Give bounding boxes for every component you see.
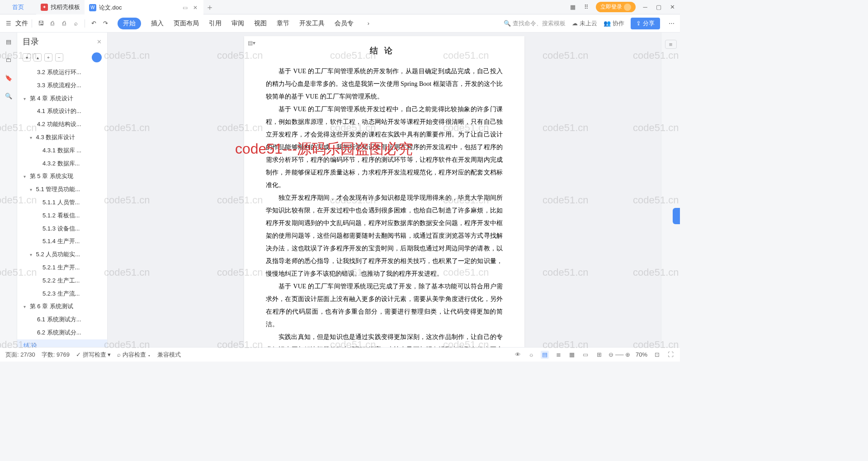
tab-review[interactable]: 审阅 [231,19,244,28]
search-panel-icon[interactable]: 🔍 [4,91,13,100]
maximize-icon[interactable]: ▢ [655,3,663,11]
word-count[interactable]: 字数: 9769 [42,351,70,359]
minimize-icon[interactable]: ─ [641,3,649,11]
chevron-right-icon[interactable]: › [363,19,373,28]
tab-window-icon[interactable]: ▭ [182,4,189,11]
outline-item[interactable]: 5.1.2 看板信... [17,209,107,222]
search-input[interactable]: 🔍查找命令、搜索模板 [504,19,566,28]
zoom-value[interactable]: 70% [636,351,647,358]
outline-item[interactable]: ▾ 4.3 数据库设计 [17,131,107,144]
tab-view[interactable]: 视图 [254,19,267,28]
fullscreen-icon[interactable]: ⛶ [666,351,675,359]
outline-icon[interactable]: ▤ [4,37,13,46]
undo-icon[interactable]: ↶ [89,19,99,28]
page-tool-icon[interactable]: ▤▾ [248,40,255,46]
outline-item[interactable]: 5.1.4 生产开... [17,235,107,248]
tab-dev[interactable]: 开发工具 [299,19,325,28]
share-button[interactable]: ⇪分享 [631,18,660,29]
outline-toolbar: ▾ ▴ + − [17,51,107,64]
new-tab-button[interactable]: ＋ [203,2,216,13]
outline-item[interactable]: 3.2 系统运行环... [17,66,107,79]
outline-item[interactable]: 6.2 系统测试分... [17,326,107,339]
outline-item[interactable]: ▾ 5.2 人员功能实... [17,248,107,261]
outline-item[interactable]: 5.2.3 生产流... [17,287,107,301]
outline-item[interactable]: 5.2.2 生产工... [17,274,107,287]
spellcheck-toggle[interactable]: ✓ 拼写检查 ▾ [76,351,111,359]
side-tab-handle[interactable] [673,208,680,224]
eye-icon[interactable]: 👁 [514,351,522,359]
doc-paragraph: 独立开发程序期间，才会发现有许多知识都是现学现用得来的，毕竟大学期间所学知识比较… [266,192,503,280]
save-icon[interactable]: 🖫 [36,19,46,28]
tab-start[interactable]: 开始 [118,18,141,29]
layout-grid-icon[interactable]: ▦ [569,3,577,11]
outline-item[interactable]: 3.3 系统流程分... [17,79,107,92]
tab-ref[interactable]: 引用 [209,19,222,28]
doc-heading: 结论 [266,45,503,56]
fit-icon[interactable]: ⊡ [653,351,661,359]
cloud-status[interactable]: ☁未上云 [572,19,597,28]
hamburger-icon[interactable]: ☰ [4,19,14,28]
title-right: ▦ ⠿ 立即登录 ─ ▢ ✕ [565,2,680,12]
outline-item[interactable]: 5.2.1 生产开... [17,261,107,274]
collapse-all-icon[interactable]: ▾ [23,53,31,61]
outline-item[interactable]: ▾ 5.1 管理员功能... [17,183,107,196]
outline-item[interactable]: 5.1.3 设备信... [17,222,107,235]
tab-document[interactable]: W 论文.doc ▭ ✕ [85,0,203,14]
outline-item[interactable]: 4.3.1 数据库 ... [17,144,107,157]
tab-chapter[interactable]: 章节 [277,19,289,28]
content-check[interactable]: ⌕ 内容检查 ▾ [117,351,151,359]
redo-icon[interactable]: ↷ [100,19,110,28]
collab-button[interactable]: 👥协作 [604,19,624,28]
tab-label: 论文.doc [99,4,122,12]
outline-item[interactable]: 5.1.1 人员管... [17,196,107,209]
expand-all-icon[interactable]: ▴ [33,53,42,61]
bookmark-icon[interactable]: 🔖 [4,73,13,82]
doc-paragraph: 基于 VUE 的工厂车间管理系统开发过程中，自己之前觉得比较抽象的许多门课程，例… [266,103,503,192]
web-view-icon[interactable]: ▦ [568,351,576,359]
zoom-slider[interactable]: ⊖ ── ⊕ [609,351,630,358]
cloud-icon: ☁ [572,20,578,27]
search-icon: 🔍 [504,20,511,27]
read-view-icon[interactable]: ▭ [581,351,590,359]
close-icon[interactable]: ✕ [192,4,199,11]
outline-tree[interactable]: 3.2 系统运行环...3.3 系统流程分...▾ 第 4 章 系统设计4.1 … [17,64,107,347]
outline-item[interactable]: 4.1 系统设计的... [17,105,107,118]
avatar-icon [624,4,631,11]
outline-item[interactable]: 结 论 [17,339,107,347]
add-icon[interactable]: + [44,53,52,61]
sparkle-icon: ✦ [41,4,48,11]
outline-item[interactable]: ▾ 第 4 章 系统设计 [17,92,107,105]
page-view-icon[interactable]: ▤ [541,351,549,359]
tab-home[interactable]: 首页 [0,0,36,14]
apps-icon[interactable]: ⠿ [582,3,590,11]
document-viewport[interactable]: ▤▾ 结论 基于 VUE 的工厂车间管理系统的开发制作，从题目确定到成品完成，自… [108,33,661,347]
more-icon[interactable]: ⋯ [666,19,676,28]
outline-title: 目录 [23,36,39,47]
remove-icon[interactable]: − [55,53,63,61]
print-icon[interactable]: ⎙ [59,19,69,28]
export-icon[interactable]: ⎙ [47,19,57,28]
tab-vip[interactable]: 会员专 [335,19,354,28]
file-menu[interactable]: 文件 [15,19,28,28]
outline-item[interactable]: 4.2 功能结构设... [17,118,107,131]
tab-layout[interactable]: 页面布局 [174,19,199,28]
sun-icon[interactable]: ☼ [527,351,535,359]
outline-item[interactable]: 6.1 系统测试方... [17,313,107,326]
page-indicator[interactable]: 页面: 27/30 [5,351,35,359]
files-icon[interactable]: 🗀 [4,55,13,64]
outline-view-icon[interactable]: ≣ [554,351,562,359]
close-window-icon[interactable]: ✕ [668,3,676,11]
outline-item[interactable]: ▾ 第 5 章 系统实现 [17,170,107,183]
collapse-panel-icon[interactable]: ≡ [665,40,677,49]
tab-template[interactable]: ✦ 找稻壳模板 [36,0,85,14]
login-button[interactable]: 立即登录 [596,2,636,12]
outline-item[interactable]: ▾ 第 6 章 系统测试 [17,300,107,313]
close-icon[interactable]: ✕ [97,38,102,45]
outline-item[interactable]: 4.3.2 数据库... [17,157,107,170]
chat-bubble-icon[interactable] [92,52,102,62]
grid-view-icon[interactable]: ⊞ [595,351,603,359]
doc-paragraph: 基于 VUE 的工厂车间管理系统的开发制作，从题目确定到成品完成，自己投入的精力… [266,65,503,103]
tab-insert[interactable]: 插入 [151,19,164,28]
main-area: ▤ 🗀 🔖 🔍 目录 ✕ ▾ ▴ + − 3.2 系统运行环...3.3 系统流… [0,33,680,347]
preview-icon[interactable]: ⌕ [71,19,81,28]
